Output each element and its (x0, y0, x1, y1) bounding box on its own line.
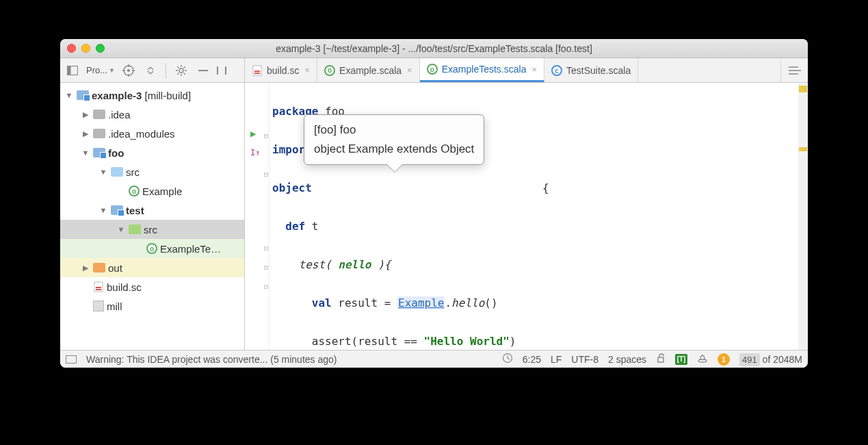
object-icon: o (324, 65, 335, 76)
memory-indicator[interactable]: 491 of 2048M (739, 354, 802, 365)
indent-settings[interactable]: 2 spaces (608, 354, 646, 365)
gear-icon[interactable] (172, 61, 191, 80)
code-editor[interactable]: ▶ I↑ ⊟ ⊟ ⊡ ⊡ ⊡ package foo import utest.… (245, 83, 808, 350)
window-controls (67, 44, 105, 53)
scala-file-icon (93, 281, 104, 292)
tab-list-icon[interactable] (780, 58, 808, 82)
class-icon: c (551, 65, 562, 76)
dock-icon[interactable] (215, 61, 228, 80)
close-window-button[interactable] (67, 44, 76, 53)
tab-label: build.sc (267, 65, 299, 76)
status-message: Warning: This IDEA project was converte.… (86, 354, 337, 365)
tab-testsuite-scala[interactable]: c TestSuite.scala (544, 58, 638, 82)
script-file-icon (93, 301, 104, 312)
chevron-right-icon[interactable]: ▶ (81, 264, 90, 272)
tab-label: Example.scala (339, 65, 402, 76)
project-tree: ▼ example-3 [mill-build] ▶ .idea ▶ .idea… (60, 83, 245, 350)
svg-text:c: c (555, 67, 559, 75)
tree-label: build.sc (107, 281, 142, 293)
object-icon: o (129, 186, 140, 196)
close-icon[interactable]: × (530, 64, 537, 75)
minimize-window-button[interactable] (81, 44, 90, 53)
implements-icon[interactable]: I↑ (250, 143, 260, 162)
window-title: example-3 [~/test/example-3] - .../foo/t… (60, 43, 808, 54)
svg-rect-30 (96, 289, 101, 290)
chevron-down-icon[interactable]: ▼ (98, 206, 108, 214)
file-encoding[interactable]: UTF-8 (571, 354, 599, 365)
chevron-down-icon[interactable]: ▼ (116, 225, 126, 233)
hide-panel-icon[interactable] (194, 61, 213, 80)
tab-example-scala[interactable]: o Example.scala × (317, 58, 420, 82)
chevron-down-icon[interactable]: ▼ (81, 149, 90, 157)
symbol-link-example[interactable]: Example (397, 296, 445, 309)
module-folder-icon (93, 148, 105, 157)
excluded-folder-icon (93, 263, 105, 272)
tree-node-test[interactable]: ▼ test (60, 201, 244, 220)
tree-node-exampletests[interactable]: ▶ o ExampleTe… (60, 239, 244, 258)
tree-label: ExampleTe… (160, 243, 221, 255)
folder-icon (93, 129, 105, 138)
svg-rect-1 (68, 66, 71, 75)
notification-count-badge[interactable]: 1 (718, 353, 730, 366)
select-target-icon[interactable] (119, 61, 138, 80)
tree-label: out (108, 262, 122, 274)
run-test-icon[interactable]: ▶ (250, 124, 256, 143)
inspection-badge[interactable]: [T] (675, 354, 687, 365)
tree-suffix: [mill-build] (142, 90, 191, 101)
fold-icon[interactable]: ⊟ (264, 165, 269, 184)
hector-icon[interactable] (697, 353, 708, 366)
close-icon[interactable]: × (303, 65, 310, 75)
object-icon: o (427, 64, 438, 75)
svg-line-15 (177, 73, 179, 74)
project-dropdown[interactable]: Pro... ▼ (85, 65, 116, 75)
expand-all-icon[interactable] (141, 61, 160, 80)
tree-node-mill[interactable]: ▶ mill (60, 296, 244, 316)
tree-label: src (126, 166, 140, 178)
svg-rect-17 (198, 70, 208, 71)
source-folder-icon (111, 167, 123, 177)
chevron-down-icon[interactable]: ▼ (64, 91, 74, 99)
tree-node-idea-modules[interactable]: ▶ .idea_modules (60, 124, 244, 143)
tab-build-sc[interactable]: build.sc × (245, 58, 317, 82)
tree-node-out[interactable]: ▶ out (60, 258, 244, 277)
error-stripe (798, 83, 808, 350)
tree-node-foo-src[interactable]: ▼ src (60, 162, 244, 181)
project-view-icon[interactable] (63, 61, 82, 80)
zoom-window-button[interactable] (96, 44, 105, 53)
svg-point-8 (179, 68, 183, 73)
tree-node-example[interactable]: ▶ o Example (60, 181, 244, 201)
tree-node-idea[interactable]: ▶ .idea (60, 105, 244, 124)
tree-label: src (144, 224, 157, 236)
tree-node-foo[interactable]: ▼ foo (60, 143, 244, 162)
tab-label: ExampleTests.scala (442, 64, 527, 75)
tree-node-root[interactable]: ▼ example-3 [mill-build] (60, 86, 244, 105)
tree-node-build-sc[interactable]: ▶ build.sc (60, 277, 244, 296)
tool-window-toggle-icon[interactable] (66, 355, 77, 364)
main-split: ▼ example-3 [mill-build] ▶ .idea ▶ .idea… (60, 83, 808, 350)
fold-end-icon: ⊡ (264, 239, 269, 258)
background-tasks-icon[interactable] (502, 353, 513, 366)
chevron-down-icon[interactable]: ▼ (98, 168, 108, 176)
warning-marker[interactable] (799, 86, 807, 92)
tab-exampletests-scala[interactable]: o ExampleTests.scala × (420, 58, 544, 82)
object-icon: o (146, 243, 157, 254)
project-tool-header: Pro... ▼ (60, 58, 245, 82)
fold-end-icon: ⊡ (264, 258, 269, 277)
test-source-folder-icon (129, 225, 141, 234)
svg-rect-21 (254, 71, 260, 72)
titlebar: example-3 [~/test/example-3] - .../foo/t… (60, 39, 808, 58)
close-icon[interactable]: × (406, 65, 412, 75)
tooltip-line: object Example extends Object (314, 140, 474, 159)
quick-doc-tooltip: [foo] foo object Example extends Object (304, 114, 484, 165)
warning-marker[interactable] (799, 147, 807, 151)
cursor-position[interactable]: 6:25 (523, 354, 541, 365)
scala-file-icon (252, 65, 263, 76)
tree-node-test-src[interactable]: ▼ src (60, 220, 244, 239)
chevron-right-icon[interactable]: ▶ (81, 129, 90, 138)
svg-line-13 (177, 66, 179, 68)
tab-label: TestSuite.scala (566, 65, 631, 76)
chevron-right-icon[interactable]: ▶ (81, 110, 90, 119)
line-separator[interactable]: LF (551, 354, 562, 365)
lock-icon[interactable] (656, 353, 666, 365)
fold-icon[interactable]: ⊟ (264, 127, 269, 146)
